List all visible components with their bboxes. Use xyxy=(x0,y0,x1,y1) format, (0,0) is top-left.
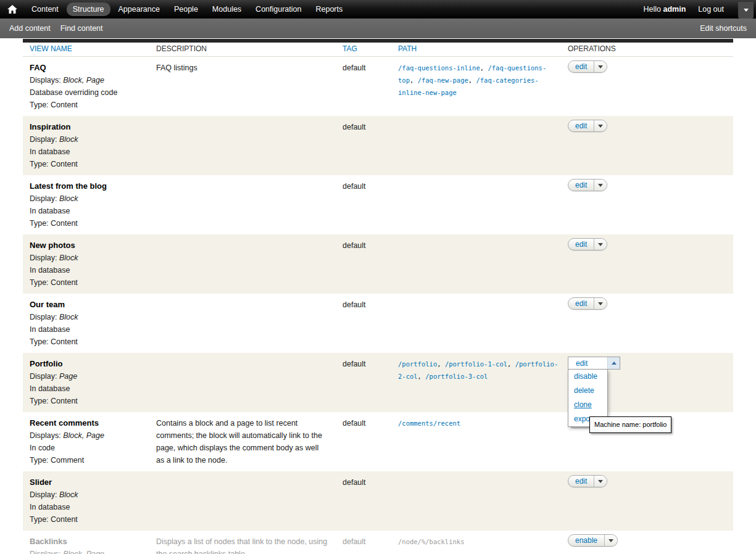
toolbar-item-content[interactable]: Content xyxy=(25,2,65,16)
dropdown-item-disable[interactable]: disable xyxy=(568,370,607,384)
dropbutton-toggle[interactable] xyxy=(607,357,620,369)
operation-edit-link[interactable]: edit xyxy=(568,239,594,250)
operations-cell: edit xyxy=(561,175,733,234)
view-detail-displays: Block, Page xyxy=(63,431,104,440)
view-detail-displays: Block, Page xyxy=(63,76,104,85)
operation-edit-link[interactable]: edit xyxy=(568,357,607,369)
operations-dropbutton: edit xyxy=(568,238,607,250)
operation-edit-link[interactable]: edit xyxy=(568,61,594,72)
view-detail-line: Display: Block xyxy=(30,311,142,323)
operations-cell: enable xyxy=(561,531,733,554)
toolbar-item-modules[interactable]: Modules xyxy=(206,2,247,16)
view-detail-line: Display: Block xyxy=(30,489,142,501)
view-name-cell: PortfolioDisplay: PageIn databaseType: C… xyxy=(23,353,149,412)
dropbutton-toggle[interactable] xyxy=(594,61,607,72)
view-row-faq: FAQDisplays: Block, PageDatabase overrid… xyxy=(23,57,733,116)
chevron-down-icon xyxy=(598,302,603,305)
view-name: Slider xyxy=(30,476,142,489)
sort-tag-link[interactable]: TAG xyxy=(343,44,357,53)
view-name-cell: Latest from the blogDisplay: BlockIn dat… xyxy=(23,175,149,234)
toolbar-item-configuration[interactable]: Configuration xyxy=(249,2,307,16)
view-detail-displays: Block xyxy=(59,313,78,321)
view-paths: /node/%/backlinks xyxy=(391,531,561,554)
view-tag: default xyxy=(336,412,391,471)
toolbar-item-reports[interactable]: Reports xyxy=(309,2,349,16)
toolbar-toggle-button[interactable] xyxy=(738,2,754,19)
dropbutton-toggle[interactable] xyxy=(594,298,607,309)
view-detail-line: Type: Comment xyxy=(30,454,142,466)
view-tag: default xyxy=(336,294,391,353)
shortcut-add-content[interactable]: Add content xyxy=(9,24,51,33)
view-path-link[interactable]: /portfolio-3-col xyxy=(425,373,488,380)
shortcut-items: Add contentFind content xyxy=(9,24,103,33)
operation-edit-link[interactable]: edit xyxy=(568,298,594,309)
view-path-link[interactable]: /portfolio xyxy=(398,360,437,368)
view-detail-line: Type: Content xyxy=(30,276,142,289)
operation-edit-link[interactable]: edit xyxy=(568,476,594,487)
view-name: Our team xyxy=(30,299,142,311)
view-description xyxy=(149,234,336,294)
view-description: Contains a block and a page to list rece… xyxy=(149,412,336,471)
view-description xyxy=(149,175,336,234)
operations-dropbutton: edit xyxy=(568,120,607,132)
dropbutton-head: edit xyxy=(568,357,620,370)
toolbar-item-people[interactable]: People xyxy=(168,2,204,16)
home-icon[interactable] xyxy=(7,4,18,14)
view-row-backlinks: BacklinksDisplays: Block, PageDisplays a… xyxy=(23,531,733,554)
sort-view-name-link[interactable]: VIEW NAME xyxy=(30,44,72,53)
page-content: VIEW NAME DESCRIPTION TAG PATH OPERATION… xyxy=(0,38,756,554)
dropbutton-toggle[interactable] xyxy=(594,180,607,191)
view-detail-line: In database xyxy=(30,323,142,336)
dropdown-item-clone[interactable]: clone xyxy=(568,398,607,412)
toolbar-item-appearance[interactable]: Appearance xyxy=(112,2,166,16)
view-detail-displays: Block xyxy=(59,194,78,203)
view-paths xyxy=(391,294,561,353)
shortcut-find-content[interactable]: Find content xyxy=(60,24,103,33)
view-detail-line: Displays: Block, Page xyxy=(30,548,142,554)
view-paths xyxy=(391,234,561,294)
operation-enable-link[interactable]: enable xyxy=(568,535,604,546)
operation-edit-link[interactable]: edit xyxy=(568,180,594,191)
logout-link[interactable]: Log out xyxy=(698,5,724,14)
operations-cell: edit xyxy=(561,234,733,294)
view-detail-line: Display: Block xyxy=(30,252,142,264)
view-path-link[interactable]: /portfolio-1-col xyxy=(445,360,507,368)
operation-edit-link[interactable]: edit xyxy=(568,120,594,131)
view-detail-line: Displays: Block, Page xyxy=(30,429,142,442)
dropdown-item-delete[interactable]: delete xyxy=(568,384,607,398)
view-tag: default xyxy=(336,175,391,234)
edit-shortcuts-link[interactable]: Edit shortcuts xyxy=(700,24,747,33)
view-path-link[interactable]: /faq-new-page xyxy=(418,76,468,84)
view-row-our-team: Our teamDisplay: BlockIn databaseType: C… xyxy=(23,294,733,353)
view-detail-line: Type: Content xyxy=(30,395,142,407)
view-detail-line: Display: Page xyxy=(30,370,142,382)
operations-cell: edit xyxy=(561,57,733,116)
view-detail-line: Type: Content xyxy=(30,217,142,229)
dropbutton-toggle[interactable] xyxy=(604,535,617,546)
view-path-link[interactable]: /comments/recent xyxy=(398,420,460,427)
view-description: Displays a list of nodes that link to th… xyxy=(149,531,336,554)
view-name-cell: InspirationDisplay: BlockIn databaseType… xyxy=(23,116,149,175)
sort-path-link[interactable]: PATH xyxy=(398,44,417,53)
dropbutton-toggle[interactable] xyxy=(594,239,607,250)
view-paths xyxy=(391,175,561,234)
view-tag: default xyxy=(336,531,391,554)
header-cell-tag: TAG xyxy=(336,43,391,56)
view-detail-line: Type: Content xyxy=(30,158,142,170)
view-detail-line: In database xyxy=(30,264,142,276)
chevron-down-icon xyxy=(609,539,613,542)
header-cell-description: DESCRIPTION xyxy=(149,43,336,56)
chevron-down-icon xyxy=(598,184,603,187)
header-cell-view-name: VIEW NAME xyxy=(23,43,149,56)
chevron-up-icon xyxy=(612,362,617,365)
toolbar-item-structure[interactable]: Structure xyxy=(67,2,110,16)
view-path-link[interactable]: /faq-questions-inline xyxy=(398,64,480,72)
view-path: /node/%/backlinks xyxy=(398,538,464,545)
dropbutton-toggle[interactable] xyxy=(594,476,607,487)
header-cell-operations: OPERATIONS xyxy=(561,43,733,56)
dropbutton-toggle[interactable] xyxy=(594,120,607,131)
view-detail-line: Type: Content xyxy=(30,513,142,526)
shortcut-bar: Add contentFind content Edit shortcuts xyxy=(0,19,756,38)
view-row-new-photos: New photosDisplay: BlockIn databaseType:… xyxy=(23,234,733,294)
view-description: FAQ listings xyxy=(149,57,336,116)
